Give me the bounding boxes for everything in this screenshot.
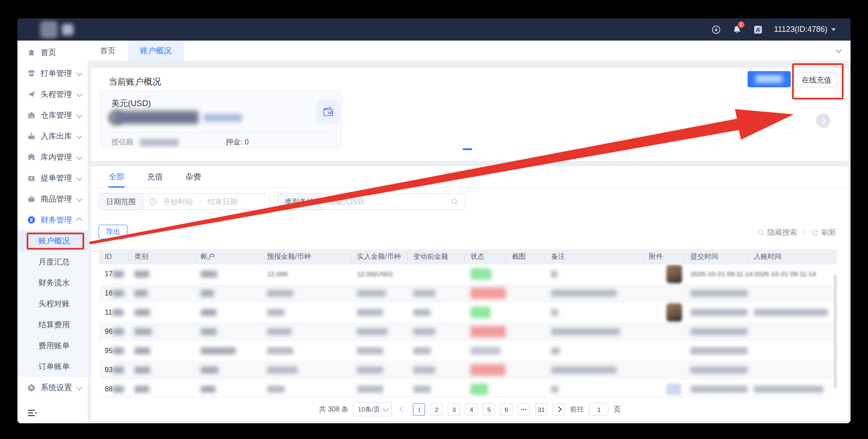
credit-label: 授信额 [111, 137, 134, 147]
sidebar-subitem-0[interactable]: 账户概况 [17, 230, 88, 251]
refresh-link[interactable]: 刷新 [811, 227, 836, 237]
table-tools: 隐藏搜索 | 刷新 [758, 227, 836, 237]
attachment-thumbnail[interactable] [666, 303, 682, 322]
prev-page-button[interactable] [397, 407, 408, 412]
sidebar-subitem-2[interactable]: 财务流水 [17, 272, 88, 293]
carousel-next-button[interactable] [816, 113, 830, 128]
redacted-blur [551, 328, 620, 335]
table-cell: 11 [99, 309, 128, 316]
table-cell [684, 367, 748, 374]
keyword-search-input[interactable]: 请输入内容 [322, 194, 465, 209]
table-cell [351, 309, 407, 316]
tab-home[interactable]: 首页 [88, 41, 128, 61]
page-button-•••[interactable]: ••• [518, 403, 530, 415]
sidebar-item-9[interactable]: 系统设置 [17, 377, 88, 398]
redacted-blur [551, 309, 558, 316]
table-cell [407, 347, 464, 354]
chevron-down-icon [77, 174, 82, 183]
table-cell [351, 347, 407, 354]
attachment-thumbnail[interactable] [666, 384, 681, 395]
row-id: 16 [105, 289, 113, 297]
sidebar-subitem-4[interactable]: 结算费用 [17, 314, 88, 335]
sidebar-subitem-5[interactable]: 费用账单 [17, 335, 88, 356]
page-button-31[interactable]: 31 [535, 403, 547, 415]
sidebar-subitem-3[interactable]: 头程对账 [17, 293, 88, 314]
sidebar-item-8[interactable]: ¥财务管理 [17, 209, 88, 230]
list-tab-1[interactable]: 充值 [147, 166, 163, 187]
page-tabbar: 首页 账户概况 [88, 41, 851, 61]
sidebar-item-label: 头程管理 [41, 89, 72, 99]
goto-label: 前往 [570, 405, 584, 414]
date-range-input[interactable]: 开始时间 - 结束日期 [143, 194, 270, 209]
column-header-4: 实入金额/币种 [351, 252, 407, 261]
sidebar-item-3[interactable]: 仓库管理 [17, 105, 88, 126]
tabbar-chevron-down-icon[interactable] [837, 41, 851, 61]
translate-icon[interactable]: A z [753, 25, 763, 34]
status-badge [470, 288, 506, 299]
redacted-blur [201, 271, 217, 278]
page-button-5[interactable]: 5 [483, 403, 495, 415]
gear-icon [27, 383, 36, 392]
redacted-blur [754, 309, 828, 316]
page-button-2[interactable]: 2 [430, 403, 443, 415]
attachment-thumbnail[interactable] [666, 265, 682, 283]
page-button-3[interactable]: 3 [448, 403, 460, 415]
tools-divider: | [803, 228, 805, 237]
sidebar-item-2[interactable]: 头程管理 [17, 84, 88, 105]
collapse-sidebar-icon[interactable] [27, 408, 38, 417]
redacted-blur [413, 367, 435, 374]
list-tab-2[interactable]: 杂费 [185, 166, 201, 187]
redacted-blur [690, 309, 748, 316]
table-cell [684, 328, 748, 335]
page-size-select[interactable]: 10条/页 [353, 402, 392, 416]
page-button-4[interactable]: 4 [465, 403, 477, 415]
sidebar-item-4[interactable]: 入库出库 [17, 126, 88, 147]
sidebar-subitem-6[interactable]: 订单账单 [17, 356, 88, 377]
online-recharge-button[interactable]: 在线充值 [796, 72, 837, 87]
tab-account-overview[interactable]: 账户概况 [128, 41, 184, 61]
table-cell [748, 386, 835, 393]
table-cell [464, 288, 506, 299]
page-button-1[interactable]: 1 [413, 403, 425, 415]
list-tab-0[interactable]: 全部 [109, 166, 124, 187]
sidebar-item-label: 首页 [41, 47, 56, 58]
table-cell: 95 [99, 347, 128, 355]
recharge-blue-button[interactable] [748, 71, 791, 87]
table-cell [351, 290, 407, 297]
table-cell [128, 309, 195, 316]
sidebar-item-7[interactable]: 商品管理 [17, 189, 88, 209]
balance-amount-blur [116, 111, 199, 124]
username-label: 11123(ID:4786) [774, 25, 827, 34]
user-menu[interactable]: 11123(ID:4786) [774, 25, 836, 34]
redacted-blur [551, 290, 617, 297]
hide-search-link[interactable]: 隐藏搜索 [758, 227, 797, 237]
page-button-6[interactable]: 6 [500, 403, 512, 415]
table-cell [545, 290, 643, 297]
clock-icon [149, 198, 157, 206]
column-header-7: 截图 [506, 252, 545, 261]
table-cell [128, 367, 195, 374]
vertical-scrollbar[interactable] [834, 275, 837, 388]
sidebar-subitem-1[interactable]: 月度汇总 [17, 251, 88, 272]
sidebar-item-6[interactable]: 提单管理 [17, 168, 88, 189]
download-circle-icon[interactable] [711, 25, 721, 34]
sidebar-item-1[interactable]: 打单管理 [17, 63, 88, 84]
table-cell [684, 290, 748, 297]
submit-time: 2025-10-21 09:11:14 [690, 270, 753, 278]
table-cell [407, 290, 464, 297]
goto-page-input[interactable]: 1 [589, 403, 608, 416]
redacted-blur [112, 309, 124, 316]
next-page-button[interactable] [552, 403, 565, 415]
sidebar-item-label: 库内管理 [41, 152, 72, 162]
chevron-down-icon [77, 132, 82, 141]
export-button[interactable]: 导出 [99, 225, 127, 239]
table-cell [407, 367, 464, 374]
bell-icon[interactable]: 1 [732, 25, 742, 34]
app-logo-text [62, 24, 73, 35]
table-cell [684, 309, 748, 316]
sidebar-item-0[interactable]: 首页 [17, 42, 88, 63]
redacted-blur [413, 290, 435, 297]
sidebar-item-5[interactable]: 库内管理 [17, 147, 88, 168]
redacted-blur [134, 328, 152, 335]
carousel-indicator[interactable] [463, 148, 472, 150]
